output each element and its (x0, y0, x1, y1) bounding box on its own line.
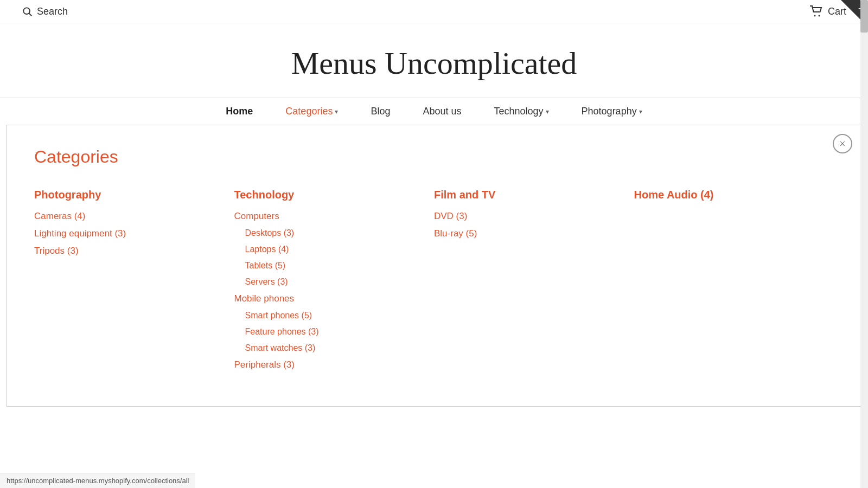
nav-item-photography[interactable]: Photography ▾ (582, 106, 642, 117)
header: Search Cart + (0, 0, 868, 23)
col-technology: Technology Computers Desktops (3) Laptop… (234, 189, 435, 377)
list-item[interactable]: Tripods (3) (34, 246, 234, 256)
list-item[interactable]: Tablets (5) (234, 261, 435, 271)
chevron-down-icon: ▾ (639, 108, 642, 115)
close-button[interactable]: × (833, 134, 852, 153)
columns: Photography Cameras (4) Lighting equipme… (34, 189, 834, 377)
nav-item-blog[interactable]: Blog (371, 106, 390, 117)
list-item[interactable]: Cameras (4) (34, 211, 234, 222)
svg-point-2 (814, 15, 815, 17)
cart-label: Cart (828, 6, 846, 17)
chevron-down-icon: ▾ (335, 108, 338, 115)
col-home-audio: Home Audio (4) (634, 189, 834, 377)
col-film-tv: Film and TV DVD (3) Blu-ray (5) (434, 189, 634, 377)
chevron-down-icon: ▾ (546, 108, 549, 115)
site-title-area: Menus Uncomplicated (0, 23, 868, 98)
status-url: https://uncomplicated-menus.myshopify.co… (7, 477, 189, 485)
cart-icon (809, 5, 824, 17)
col-photography: Photography Cameras (4) Lighting equipme… (34, 189, 234, 377)
list-item[interactable]: Lighting equipment (3) (34, 228, 234, 239)
list-item[interactable]: Blu-ray (5) (434, 228, 634, 239)
list-item[interactable]: Desktops (3) (234, 228, 435, 238)
nav-item-home[interactable]: Home (226, 106, 253, 117)
col-heading-film-tv: Film and TV (434, 189, 634, 201)
cart-button[interactable]: Cart (809, 5, 846, 17)
list-item[interactable]: Feature phones (3) (234, 327, 435, 337)
site-title: Menus Uncomplicated (0, 45, 868, 81)
status-bar: https://uncomplicated-menus.myshopify.co… (0, 473, 195, 488)
search-icon (22, 6, 33, 17)
list-item[interactable]: Computers (234, 211, 435, 222)
nav-item-categories[interactable]: Categories ▾ (285, 106, 338, 117)
list-item[interactable]: Smart phones (5) (234, 311, 435, 320)
list-item[interactable]: Smart watches (3) (234, 343, 435, 353)
svg-point-3 (818, 15, 820, 17)
list-item[interactable]: Peripherals (3) (234, 359, 435, 370)
svg-point-0 (23, 8, 30, 14)
close-icon: × (839, 138, 845, 150)
col-heading-photography: Photography (34, 189, 234, 201)
col-heading-technology: Technology (234, 189, 435, 201)
col-heading-home-audio: Home Audio (4) (634, 189, 834, 201)
scrollbar[interactable] (860, 0, 868, 488)
list-item[interactable]: DVD (3) (434, 211, 634, 222)
svg-line-1 (29, 14, 32, 16)
nav-item-technology[interactable]: Technology ▾ (494, 106, 549, 117)
search-label: Search (37, 6, 68, 17)
list-item[interactable]: Mobile phones (234, 293, 435, 304)
scrollbar-thumb[interactable] (860, 0, 868, 33)
panel-title: Categories (34, 147, 834, 167)
nav-item-about[interactable]: About us (423, 106, 461, 117)
nav-bar: Home Categories ▾ Blog About us Technolo… (0, 98, 868, 125)
categories-panel: × Categories Photography Cameras (4) Lig… (7, 125, 861, 407)
search-button[interactable]: Search (22, 6, 68, 17)
list-item[interactable]: Servers (3) (234, 277, 435, 287)
list-item[interactable]: Laptops (4) (234, 245, 435, 254)
